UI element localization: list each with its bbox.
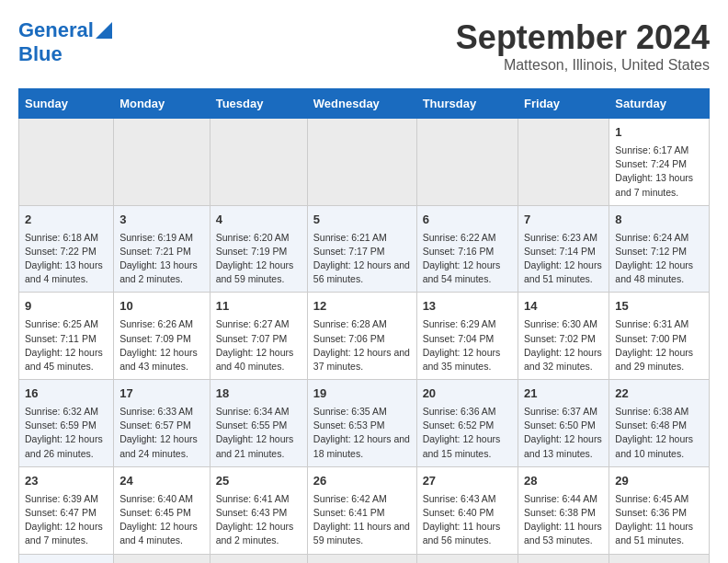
sunrise-label: Sunrise: 6:20 AM (216, 232, 290, 243)
day-number: 19 (313, 385, 411, 403)
daylight-label: Daylight: 12 hours and 35 minutes. (423, 347, 501, 372)
day-number: 12 (313, 298, 411, 316)
svg-marker-0 (96, 22, 112, 39)
calendar-cell: 26 Sunrise: 6:42 AM Sunset: 6:41 PM Dayl… (307, 466, 416, 554)
daylight-label: Daylight: 11 hours and 53 minutes. (524, 521, 602, 546)
calendar-cell: 21 Sunrise: 6:37 AM Sunset: 6:50 PM Dayl… (518, 380, 609, 467)
daylight-label: Daylight: 12 hours and 32 minutes. (524, 347, 602, 372)
calendar-cell: 7 Sunrise: 6:23 AM Sunset: 7:14 PM Dayli… (518, 205, 609, 293)
sunset-label: Sunset: 6:47 PM (25, 507, 97, 518)
daylight-label: Daylight: 12 hours and 56 minutes. (313, 259, 410, 284)
sunrise-label: Sunrise: 6:43 AM (423, 493, 496, 504)
day-number: 17 (119, 385, 204, 403)
sunset-label: Sunset: 6:59 PM (25, 419, 97, 431)
page-title: September 2024 (456, 18, 710, 57)
calendar-week-row: 9 Sunrise: 6:25 AM Sunset: 7:11 PM Dayli… (19, 293, 710, 380)
day-number: 1 (615, 124, 703, 142)
day-number: 27 (423, 473, 512, 490)
sunrise-label: Sunrise: 6:38 AM (615, 406, 688, 417)
calendar-cell: 18 Sunrise: 6:34 AM Sunset: 6:55 PM Dayl… (210, 380, 307, 467)
daylight-label: Daylight: 12 hours and 15 minutes. (423, 433, 501, 458)
calendar-cell (518, 119, 609, 206)
sunset-label: Sunset: 6:36 PM (615, 507, 687, 518)
day-number: 11 (216, 298, 301, 316)
sunrise-label: Sunrise: 6:27 AM (216, 318, 290, 329)
calendar-cell: 29 Sunrise: 6:45 AM Sunset: 6:36 PM Dayl… (609, 466, 710, 554)
sunset-label: Sunset: 7:04 PM (423, 333, 495, 344)
day-number: 30 (25, 560, 108, 563)
sunrise-label: Sunrise: 6:33 AM (119, 406, 193, 417)
sunrise-label: Sunrise: 6:28 AM (313, 318, 387, 329)
col-thursday: Thursday (416, 89, 518, 119)
day-number: 28 (524, 473, 603, 490)
calendar-cell: 1 Sunrise: 6:17 AM Sunset: 7:24 PM Dayli… (609, 119, 710, 206)
daylight-label: Daylight: 12 hours and 10 minutes. (615, 433, 693, 458)
daylight-label: Daylight: 11 hours and 56 minutes. (423, 521, 501, 546)
daylight-label: Daylight: 12 hours and 24 minutes. (119, 433, 198, 458)
calendar-cell (416, 119, 518, 206)
daylight-label: Daylight: 11 hours and 51 minutes. (615, 521, 693, 546)
col-wednesday: Wednesday (307, 89, 416, 119)
col-saturday: Saturday (609, 89, 710, 119)
calendar-cell: 25 Sunrise: 6:41 AM Sunset: 6:43 PM Dayl… (210, 466, 307, 554)
title-block: September 2024 Matteson, Illinois, Unite… (456, 18, 710, 74)
day-number: 29 (615, 473, 703, 490)
calendar-cell: 4 Sunrise: 6:20 AM Sunset: 7:19 PM Dayli… (210, 205, 307, 293)
calendar-cell: 20 Sunrise: 6:36 AM Sunset: 6:52 PM Dayl… (416, 380, 518, 467)
sunrise-label: Sunrise: 6:18 AM (25, 232, 98, 243)
day-number: 5 (313, 212, 411, 229)
day-number: 14 (524, 298, 603, 316)
daylight-label: Daylight: 12 hours and 21 minutes. (216, 433, 294, 458)
sunset-label: Sunset: 6:50 PM (524, 419, 596, 431)
sunset-label: Sunset: 6:41 PM (313, 507, 385, 518)
calendar-week-row: 2 Sunrise: 6:18 AM Sunset: 7:22 PM Dayli… (19, 205, 710, 293)
calendar-cell (518, 554, 609, 563)
sunset-label: Sunset: 7:12 PM (615, 246, 687, 257)
day-number: 20 (423, 385, 512, 403)
day-number: 21 (524, 385, 603, 403)
sunset-label: Sunset: 6:48 PM (615, 419, 687, 431)
sunset-label: Sunset: 7:24 PM (615, 158, 687, 169)
calendar-cell (114, 119, 210, 206)
day-number: 4 (216, 212, 301, 229)
sunrise-label: Sunrise: 6:19 AM (119, 232, 193, 243)
sunrise-label: Sunrise: 6:24 AM (615, 232, 688, 243)
sunrise-label: Sunrise: 6:39 AM (25, 493, 98, 504)
sunrise-label: Sunrise: 6:29 AM (423, 318, 496, 329)
calendar-cell: 27 Sunrise: 6:43 AM Sunset: 6:40 PM Dayl… (416, 466, 518, 554)
calendar-cell: 8 Sunrise: 6:24 AM Sunset: 7:12 PM Dayli… (609, 205, 710, 293)
sunset-label: Sunset: 6:52 PM (423, 419, 495, 431)
sunset-label: Sunset: 6:40 PM (423, 507, 495, 518)
calendar-cell (19, 119, 114, 206)
sunset-label: Sunset: 7:00 PM (615, 333, 687, 344)
sunset-label: Sunset: 6:45 PM (119, 507, 191, 518)
day-number: 18 (216, 385, 301, 403)
calendar-cell: 17 Sunrise: 6:33 AM Sunset: 6:57 PM Dayl… (114, 380, 210, 467)
sunset-label: Sunset: 7:11 PM (25, 333, 97, 344)
sunrise-label: Sunrise: 6:32 AM (25, 406, 98, 417)
day-number: 8 (615, 212, 703, 229)
day-number: 24 (119, 473, 204, 490)
calendar-cell (307, 119, 416, 206)
calendar-cell (307, 554, 416, 563)
daylight-label: Daylight: 12 hours and 43 minutes. (119, 347, 198, 372)
calendar-cell: 13 Sunrise: 6:29 AM Sunset: 7:04 PM Dayl… (416, 293, 518, 380)
day-number: 13 (423, 298, 512, 316)
daylight-label: Daylight: 13 hours and 2 minutes. (119, 259, 198, 284)
sunrise-label: Sunrise: 6:25 AM (25, 318, 98, 329)
daylight-label: Daylight: 12 hours and 13 minutes. (524, 433, 602, 458)
daylight-label: Daylight: 12 hours and 4 minutes. (119, 521, 198, 546)
day-number: 3 (119, 212, 204, 229)
calendar-cell: 11 Sunrise: 6:27 AM Sunset: 7:07 PM Dayl… (210, 293, 307, 380)
col-sunday: Sunday (19, 89, 114, 119)
page-subtitle: Matteson, Illinois, United States (456, 57, 710, 74)
sunrise-label: Sunrise: 6:36 AM (423, 406, 496, 417)
calendar-week-row: 23 Sunrise: 6:39 AM Sunset: 6:47 PM Dayl… (19, 466, 710, 554)
page-header: General Blue September 2024 Matteson, Il… (18, 18, 710, 74)
calendar-cell: 23 Sunrise: 6:39 AM Sunset: 6:47 PM Dayl… (19, 466, 114, 554)
sunset-label: Sunset: 7:22 PM (25, 246, 97, 257)
day-number: 26 (313, 473, 411, 490)
daylight-label: Daylight: 12 hours and 40 minutes. (216, 347, 294, 372)
sunrise-label: Sunrise: 6:42 AM (313, 493, 387, 504)
daylight-label: Daylight: 12 hours and 37 minutes. (313, 347, 410, 372)
